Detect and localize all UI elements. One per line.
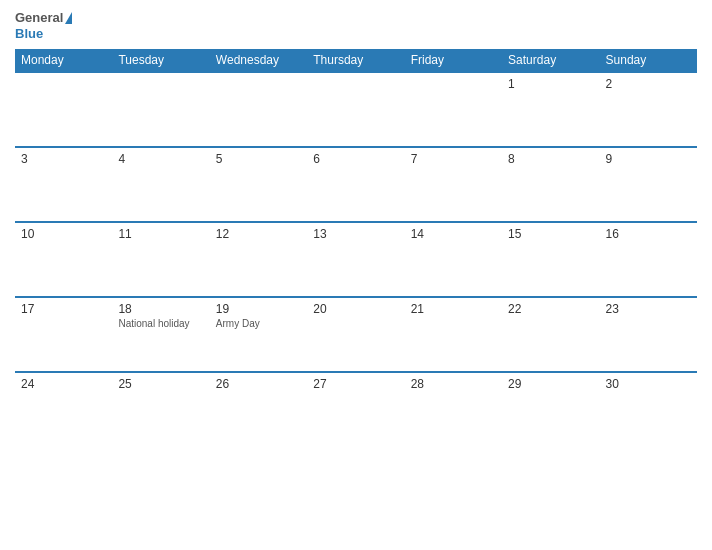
calendar-cell: 10 [15,222,112,297]
calendar-week-row: 12 [15,72,697,147]
day-number: 2 [606,77,691,91]
day-number: 28 [411,377,496,391]
day-number: 5 [216,152,301,166]
calendar-cell: 28 [405,372,502,447]
calendar-cell: 1 [502,72,599,147]
calendar-cell: 22 [502,297,599,372]
calendar-cell [210,72,307,147]
calendar-week-row: 10111213141516 [15,222,697,297]
logo: General Blue [15,10,72,41]
calendar-cell: 13 [307,222,404,297]
day-number: 27 [313,377,398,391]
calendar-cell: 18National holiday [112,297,209,372]
day-event: Army Day [216,318,301,329]
day-number: 18 [118,302,203,316]
calendar-cell: 15 [502,222,599,297]
day-number: 15 [508,227,593,241]
calendar-cell: 7 [405,147,502,222]
logo-container: General Blue [15,10,72,41]
calendar-week-row: 1718National holiday19Army Day20212223 [15,297,697,372]
day-event: National holiday [118,318,203,329]
day-number: 22 [508,302,593,316]
calendar-table: MondayTuesdayWednesdayThursdayFridaySatu… [15,49,697,447]
calendar-cell: 5 [210,147,307,222]
col-header-friday: Friday [405,49,502,72]
calendar-cell: 27 [307,372,404,447]
calendar-cell: 21 [405,297,502,372]
day-number: 24 [21,377,106,391]
day-number: 9 [606,152,691,166]
day-number: 21 [411,302,496,316]
day-number: 1 [508,77,593,91]
calendar-header-row: MondayTuesdayWednesdayThursdayFridaySatu… [15,49,697,72]
logo-triangle-icon [65,12,72,24]
col-header-tuesday: Tuesday [112,49,209,72]
day-number: 12 [216,227,301,241]
page: General Blue MondayTuesdayWednesdayThurs… [0,0,712,550]
col-header-monday: Monday [15,49,112,72]
calendar-cell: 16 [600,222,697,297]
day-number: 13 [313,227,398,241]
col-header-sunday: Sunday [600,49,697,72]
day-number: 6 [313,152,398,166]
calendar-week-row: 24252627282930 [15,372,697,447]
day-number: 29 [508,377,593,391]
calendar-cell: 19Army Day [210,297,307,372]
calendar-cell [307,72,404,147]
calendar-cell: 2 [600,72,697,147]
header: General Blue [15,10,697,41]
calendar-cell: 25 [112,372,209,447]
calendar-cell: 20 [307,297,404,372]
calendar-cell: 6 [307,147,404,222]
day-number: 14 [411,227,496,241]
day-number: 25 [118,377,203,391]
calendar-week-row: 3456789 [15,147,697,222]
day-number: 23 [606,302,691,316]
calendar-cell: 26 [210,372,307,447]
calendar-cell: 24 [15,372,112,447]
day-number: 8 [508,152,593,166]
calendar-cell: 30 [600,372,697,447]
day-number: 11 [118,227,203,241]
day-number: 26 [216,377,301,391]
calendar-cell [405,72,502,147]
calendar-cell: 11 [112,222,209,297]
day-number: 30 [606,377,691,391]
calendar-cell [15,72,112,147]
col-header-thursday: Thursday [307,49,404,72]
day-number: 17 [21,302,106,316]
calendar-cell: 17 [15,297,112,372]
day-number: 20 [313,302,398,316]
calendar-cell: 12 [210,222,307,297]
day-number: 16 [606,227,691,241]
calendar-cell: 23 [600,297,697,372]
calendar-cell: 4 [112,147,209,222]
day-number: 7 [411,152,496,166]
day-number: 19 [216,302,301,316]
logo-general-text: General [15,10,63,26]
col-header-wednesday: Wednesday [210,49,307,72]
col-header-saturday: Saturday [502,49,599,72]
logo-blue-text: Blue [15,26,72,42]
calendar-cell: 14 [405,222,502,297]
day-number: 3 [21,152,106,166]
calendar-cell: 29 [502,372,599,447]
calendar-cell: 9 [600,147,697,222]
calendar-cell [112,72,209,147]
calendar-cell: 3 [15,147,112,222]
day-number: 4 [118,152,203,166]
calendar-cell: 8 [502,147,599,222]
day-number: 10 [21,227,106,241]
